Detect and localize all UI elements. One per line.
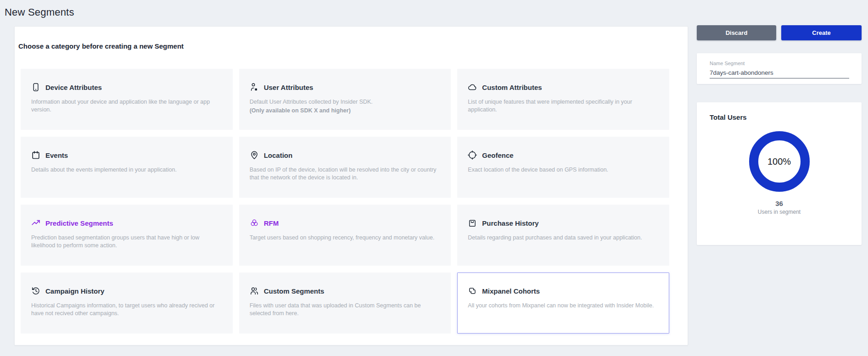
card-head: Purchase History [468, 218, 659, 228]
page-title: New Segments [5, 6, 74, 18]
category-card-mixpanel-cohorts[interactable]: Mixpanel Cohorts All your cohorts from M… [457, 273, 669, 334]
map-pin-icon [250, 150, 259, 160]
shopping-bag-icon [468, 218, 477, 228]
card-head: Geofence [468, 150, 659, 160]
category-card-predictive-segments[interactable]: Predictive Segments Prediction based seg… [21, 205, 233, 266]
category-card-custom-segments[interactable]: Custom Segments Files with user data tha… [239, 273, 451, 334]
venn-diagram-icon [250, 218, 259, 228]
category-title: Device Attributes [45, 83, 102, 91]
category-card-custom-attributes[interactable]: Custom Attributes List of unique feature… [457, 69, 669, 130]
create-button[interactable]: Create [781, 25, 862, 40]
category-card-geofence[interactable]: Geofence Exact location of the device ba… [457, 137, 669, 198]
category-title: Geofence [482, 151, 513, 159]
card-head: Events [31, 150, 222, 160]
category-card-user-attributes[interactable]: User Attributes Default User Attributes … [239, 69, 451, 130]
card-head: Custom Attributes [468, 83, 659, 92]
card-head: User Attributes [250, 83, 441, 92]
total-users-card: Total Users 100% 36 Users in segment [697, 102, 862, 245]
history-clock-icon [31, 286, 40, 295]
integration-link-icon [468, 286, 477, 295]
card-head: RFM [250, 218, 441, 228]
category-title: Campaign History [45, 287, 104, 295]
category-card-events[interactable]: Events Details about the events implemen… [21, 137, 233, 198]
category-grid: Device Attributes Information about your… [21, 69, 669, 334]
category-description: All your cohorts from Mixpanel can now b… [468, 302, 659, 310]
card-head: Location [250, 150, 441, 160]
category-title: Mixpanel Cohorts [482, 287, 540, 295]
calendar-icon [31, 150, 40, 160]
category-title: Custom Attributes [482, 83, 542, 91]
panel-heading: Choose a category before creating a new … [18, 42, 688, 50]
category-description: Exact location of the device based on GP… [468, 166, 659, 174]
users-donut-chart: 100% [749, 131, 810, 192]
category-description: Details about the events implemented in … [31, 166, 222, 174]
category-title: Purchase History [482, 219, 538, 227]
segment-name-label: Name Segment [710, 61, 849, 66]
category-description: Default User Attributes collected by Ins… [250, 98, 441, 106]
category-description: Target users based on shopping recency, … [250, 234, 441, 242]
card-head: Mixpanel Cohorts [468, 286, 659, 295]
crosshair-icon [468, 150, 477, 160]
category-card-purchase-history[interactable]: Purchase History Details regarding past … [457, 205, 669, 266]
card-head: Predictive Segments [31, 218, 222, 228]
category-card-location[interactable]: Location Based on IP of the device, loca… [239, 137, 451, 198]
category-title: Predictive Segments [45, 219, 113, 227]
total-users-title: Total Users [710, 113, 862, 121]
category-card-rfm[interactable]: RFM Target users based on shopping recen… [239, 205, 451, 266]
card-head: Device Attributes [31, 83, 222, 92]
category-description: Details regarding past purchases and dat… [468, 234, 659, 242]
segment-name-input[interactable] [710, 68, 849, 78]
category-description: Historical Campaigns information, to tar… [31, 302, 222, 317]
card-head: Campaign History [31, 286, 222, 295]
user-badge-icon [250, 83, 259, 92]
category-panel: Choose a category before creating a new … [14, 26, 688, 345]
segment-sidebar: Discard Create Name Segment Total Users … [697, 25, 862, 245]
category-title: Location [264, 151, 293, 159]
donut-percent-label: 100% [767, 156, 791, 167]
smartphone-icon [31, 83, 40, 92]
category-title: Events [45, 151, 68, 159]
users-count: 36 [697, 200, 862, 207]
category-title: User Attributes [264, 83, 314, 91]
category-description-note: (Only available on SDK X and higher) [250, 107, 441, 115]
category-description: Prediction based segmentation groups use… [31, 234, 222, 249]
category-description: List of unique features that were implem… [468, 98, 659, 113]
category-title: Custom Segments [264, 287, 325, 295]
category-description: Information about your device and applic… [31, 98, 222, 113]
discard-button[interactable]: Discard [697, 25, 776, 40]
cloud-icon [468, 83, 477, 92]
category-card-device-attributes[interactable]: Device Attributes Information about your… [21, 69, 233, 130]
trending-up-icon [31, 218, 40, 228]
users-caption: Users in segment [697, 209, 862, 215]
card-head: Custom Segments [250, 286, 441, 295]
category-description: Files with user data that was uploaded i… [250, 302, 441, 317]
category-description: Based on IP of the device, location will… [250, 166, 441, 181]
users-icon [250, 286, 259, 295]
action-buttons: Discard Create [697, 25, 862, 40]
category-title: RFM [264, 219, 279, 227]
category-card-campaign-history[interactable]: Campaign History Historical Campaigns in… [21, 273, 233, 334]
segment-name-card: Name Segment [697, 53, 862, 84]
